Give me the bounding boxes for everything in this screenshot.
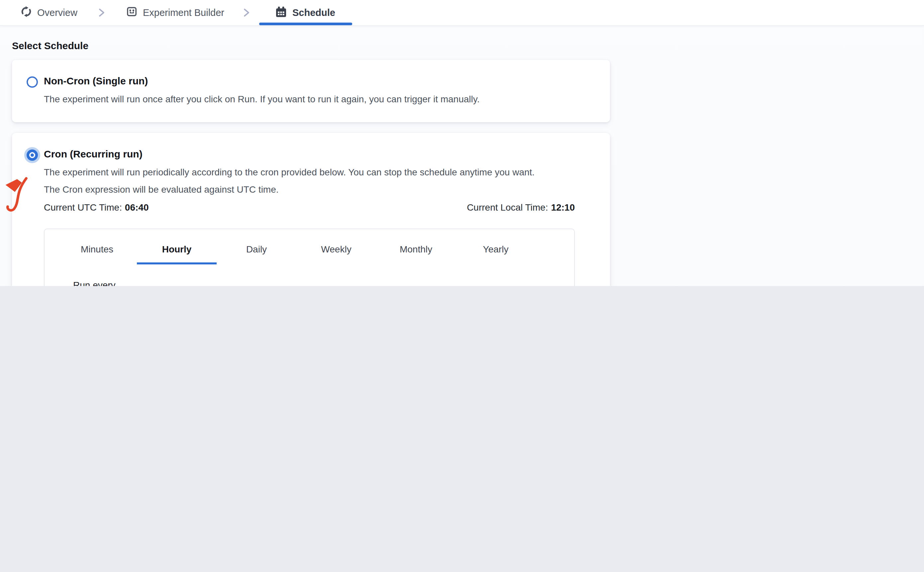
cron-title: Cron (Recurring run) [44, 148, 143, 159]
tab-minutes[interactable]: Minutes [57, 236, 137, 263]
tab-daily[interactable]: Daily [217, 236, 296, 263]
tab-weekly[interactable]: Weekly [296, 236, 376, 263]
cron-description-2: The Cron expression will be evaluated ag… [44, 184, 279, 195]
breadcrumb-label: Schedule [292, 7, 335, 18]
cron-radio[interactable] [26, 149, 38, 161]
current-utc-time: Current UTC Time: 06:40 [44, 201, 149, 213]
chaos-overview-icon [20, 6, 32, 19]
chevron-right-icon [243, 8, 250, 20]
schedule-page: Overview Experiment Builder [0, 0, 924, 286]
cron-option-card[interactable]: Cron (Recurring run) The experiment will… [12, 133, 610, 286]
breadcrumb-item-schedule[interactable]: Schedule [275, 0, 335, 25]
page-title: Select Schedule [12, 40, 89, 51]
non-cron-option-card[interactable]: Non-Cron (Single run) The experiment wil… [12, 60, 610, 122]
chevron-right-icon [98, 8, 105, 20]
breadcrumb-item-overview[interactable]: Overview [20, 0, 78, 25]
tab-yearly[interactable]: Yearly [456, 236, 535, 263]
non-cron-title: Non-Cron (Single run) [44, 75, 148, 86]
breadcrumb: Overview Experiment Builder [0, 0, 924, 26]
active-tab-underline [137, 263, 217, 264]
run-every-label: Run every [73, 280, 116, 286]
breadcrumb-label: Overview [37, 7, 78, 18]
cron-scheduler-panel: Minutes Hourly Daily Weekly Monthly Year… [44, 228, 575, 286]
tab-monthly[interactable]: Monthly [376, 236, 456, 263]
current-local-time: Current Local Time: 12:10 [467, 201, 575, 213]
breadcrumb-label: Experiment Builder [143, 7, 224, 18]
non-cron-description: The experiment will run once after you c… [44, 94, 479, 104]
breadcrumb-item-experiment-builder[interactable]: Experiment Builder [126, 0, 224, 25]
experiment-builder-icon [126, 6, 138, 19]
tab-hourly[interactable]: Hourly [137, 236, 217, 263]
calendar-icon [275, 6, 287, 20]
non-cron-radio[interactable] [26, 76, 38, 88]
cron-description-1: The experiment will run periodically acc… [44, 167, 535, 177]
active-breadcrumb-underline [259, 23, 352, 25]
